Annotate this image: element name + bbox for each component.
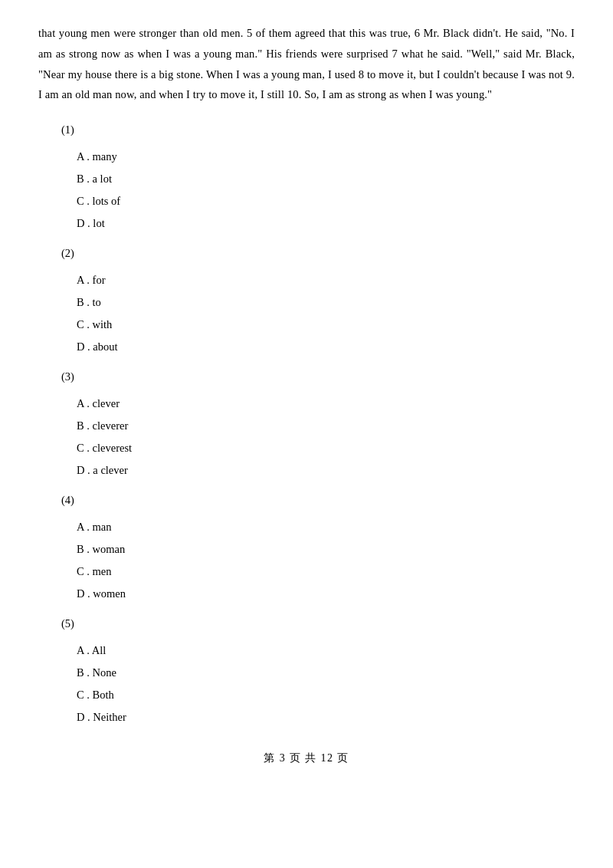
question-group-2: (2)A . forB . toC . withD . about <box>38 242 575 358</box>
option-1-C[interactable]: C . lots of <box>77 190 575 212</box>
question-group-3: (3)A . cleverB . clevererC . cleverestD … <box>38 366 575 482</box>
option-1-D[interactable]: D . lot <box>77 212 575 235</box>
option-2-D[interactable]: D . about <box>77 336 575 358</box>
option-4-B[interactable]: B . woman <box>77 538 575 561</box>
option-4-A[interactable]: A . man <box>77 516 575 538</box>
option-2-B[interactable]: B . to <box>77 291 575 314</box>
question-group-1: (1)A . manyB . a lotC . lots ofD . lot <box>38 119 575 235</box>
option-4-D[interactable]: D . women <box>77 583 575 605</box>
option-2-C[interactable]: C . with <box>77 314 575 336</box>
passage: that young men were stronger than old me… <box>38 23 575 105</box>
option-5-B[interactable]: B . None <box>77 662 575 684</box>
option-5-A[interactable]: A . All <box>77 639 575 662</box>
question-number-4: (4) <box>61 489 575 511</box>
option-3-B[interactable]: B . cleverer <box>77 415 575 437</box>
question-number-5: (5) <box>61 613 575 635</box>
option-3-C[interactable]: C . cleverest <box>77 437 575 459</box>
option-4-C[interactable]: C . men <box>77 561 575 583</box>
option-5-D[interactable]: D . Neither <box>77 706 575 728</box>
question-number-1: (1) <box>61 119 575 141</box>
questions-section: (1)A . manyB . a lotC . lots ofD . lot(2… <box>38 119 575 728</box>
question-number-2: (2) <box>61 242 575 265</box>
option-3-D[interactable]: D . a clever <box>77 459 575 482</box>
option-1-A[interactable]: A . many <box>77 146 575 168</box>
question-group-5: (5)A . AllB . NoneC . BothD . Neither <box>38 613 575 728</box>
option-5-C[interactable]: C . Both <box>77 684 575 706</box>
option-1-B[interactable]: B . a lot <box>77 168 575 190</box>
option-2-A[interactable]: A . for <box>77 269 575 291</box>
page-footer: 第 3 页 共 12 页 <box>38 751 575 765</box>
question-number-3: (3) <box>61 366 575 388</box>
option-3-A[interactable]: A . clever <box>77 393 575 415</box>
question-group-4: (4)A . manB . womanC . menD . women <box>38 489 575 605</box>
